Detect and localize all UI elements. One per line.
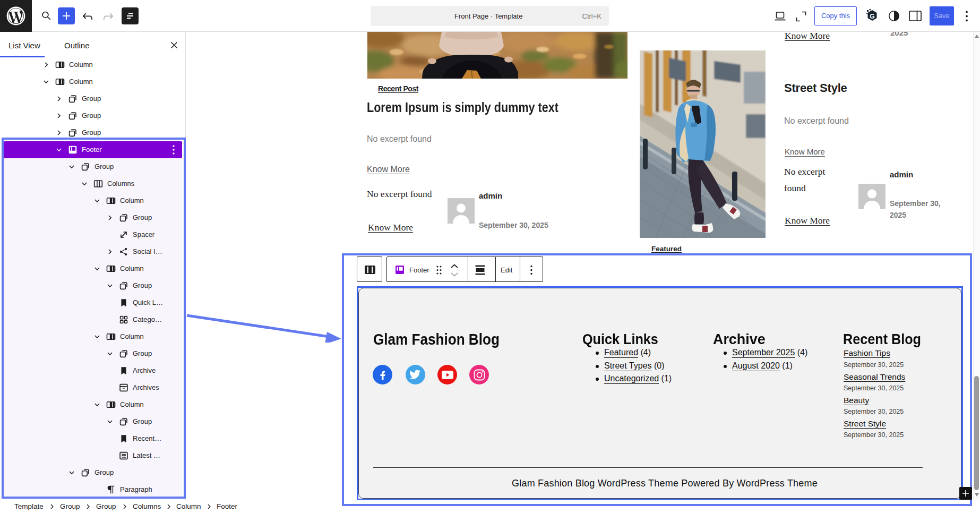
svg-text:G: G [870, 13, 874, 20]
